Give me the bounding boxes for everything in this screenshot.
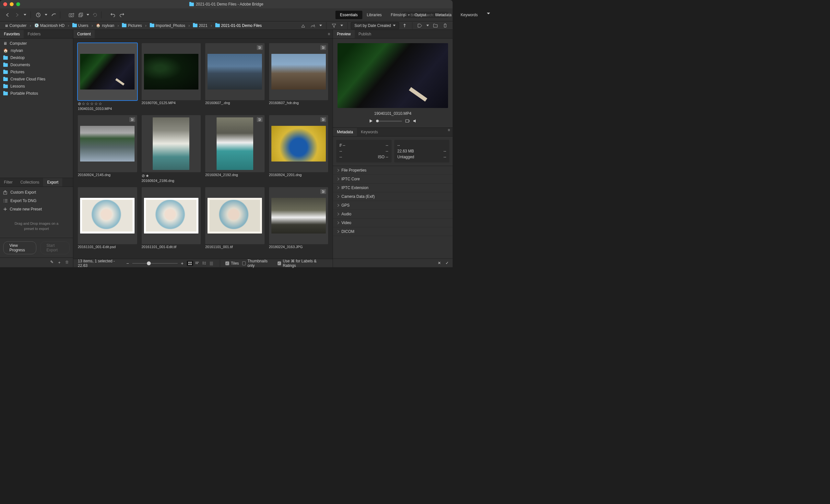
thumbnail-item[interactable]: 20180705_0125.MP4 bbox=[142, 43, 201, 111]
recent-button[interactable] bbox=[34, 11, 42, 19]
maximize-window-button[interactable] bbox=[16, 2, 20, 6]
export-custom[interactable]: Custom Export bbox=[0, 188, 73, 196]
thumbnail-item[interactable]: 20180224_3163.JPG bbox=[269, 187, 328, 249]
zoom-in-button[interactable]: + bbox=[181, 261, 184, 266]
thumbnail-item[interactable]: 20160607_.dng bbox=[205, 43, 264, 111]
thumbnail-box[interactable] bbox=[142, 115, 201, 172]
preview-image[interactable] bbox=[338, 43, 448, 108]
workspace-tab-essentials[interactable]: Essentials bbox=[336, 11, 362, 19]
filter-dropdown[interactable] bbox=[340, 22, 344, 30]
cancel-metadata-button[interactable]: ✕ bbox=[438, 261, 441, 265]
favorite-portable-photos[interactable]: Portable Photos bbox=[0, 90, 73, 97]
edit-icon[interactable]: ✎ bbox=[50, 260, 54, 265]
tab-favorites[interactable]: Favorites bbox=[0, 30, 24, 38]
thumbnail-item[interactable]: 20160924_2201.dng bbox=[269, 115, 328, 183]
recent-dropdown[interactable] bbox=[44, 11, 48, 19]
batch-button[interactable] bbox=[76, 11, 85, 19]
thumbnail-box[interactable] bbox=[269, 115, 328, 172]
breadcrumb-imported-photos[interactable]: Imported_Photos bbox=[149, 23, 186, 29]
metadata-menu-icon[interactable]: ≡ bbox=[448, 128, 450, 136]
metadata-section-dicom[interactable]: DICOM bbox=[333, 227, 453, 236]
zoom-slider[interactable] bbox=[132, 263, 178, 264]
tab-content[interactable]: Content bbox=[73, 30, 95, 38]
view-progress-button[interactable]: View Progress bbox=[3, 241, 36, 254]
thumbnail-box[interactable] bbox=[205, 115, 264, 172]
tab-export[interactable]: Export bbox=[43, 178, 62, 187]
workspace-tab-filmstrip[interactable]: Filmstrip bbox=[386, 11, 410, 19]
export-new-preset[interactable]: Create new Preset bbox=[0, 205, 73, 213]
view-list-button[interactable] bbox=[208, 261, 215, 266]
nav-back-button[interactable] bbox=[3, 11, 12, 19]
thumbnail-item[interactable]: ⊘★20160924_2186.dng bbox=[142, 115, 201, 183]
breadcrumb-macintosh-hd[interactable]: 💽Macintosh HD bbox=[33, 23, 66, 29]
boomerang-button[interactable] bbox=[50, 11, 58, 19]
breadcrumb-pictures[interactable]: Pictures bbox=[121, 23, 143, 29]
favorite-creative-cloud-files[interactable]: Creative Cloud Files bbox=[0, 75, 73, 83]
playback-slider[interactable] bbox=[376, 121, 402, 122]
rating-stars[interactable]: ⊘★ bbox=[142, 174, 201, 178]
start-export-button[interactable]: Start Export bbox=[40, 241, 70, 254]
thumbnail-box[interactable] bbox=[205, 187, 264, 244]
workspace-tab-output[interactable]: Output bbox=[410, 11, 431, 19]
tag-button[interactable] bbox=[416, 22, 424, 30]
minimize-window-button[interactable] bbox=[10, 2, 13, 6]
breadcrumb-users[interactable]: Users bbox=[71, 23, 90, 29]
thumbnail-item[interactable]: ⊘☆☆☆☆☆19040101_0310.MP4 bbox=[78, 43, 137, 111]
sort-direction-button[interactable] bbox=[401, 22, 409, 30]
add-icon[interactable]: ＋ bbox=[57, 260, 61, 265]
tab-filter[interactable]: Filter bbox=[0, 178, 17, 187]
labels-ratings-checkbox[interactable]: Use ⌘ for Labels & Ratings bbox=[278, 259, 328, 268]
tab-metadata[interactable]: Metadata bbox=[333, 128, 357, 136]
rating-stars[interactable]: ⊘☆☆☆☆☆ bbox=[78, 101, 137, 106]
panel-menu-icon[interactable]: ≡ bbox=[328, 32, 330, 36]
metadata-section-iptc-extension[interactable]: IPTC Extension bbox=[333, 184, 453, 192]
thumbnail-box[interactable] bbox=[78, 115, 137, 172]
thumbnail-item[interactable]: 20160924_2145.dng bbox=[78, 115, 137, 183]
view-grid-button[interactable] bbox=[187, 261, 193, 266]
import-button[interactable] bbox=[67, 11, 76, 19]
thumbnail-box[interactable] bbox=[78, 187, 137, 244]
batch-dropdown[interactable] bbox=[86, 11, 90, 19]
trash-button[interactable] bbox=[441, 22, 449, 30]
view-thumbs-button[interactable] bbox=[194, 261, 200, 266]
thumbnail-item[interactable]: 20161101_001.tif bbox=[205, 187, 264, 249]
view-details-button[interactable] bbox=[201, 261, 208, 266]
workspace-tab-metadata[interactable]: Metadata bbox=[431, 11, 453, 19]
thumbnail-box[interactable] bbox=[269, 43, 328, 100]
export-dng[interactable]: Export To DNG bbox=[0, 196, 73, 205]
breadcrumb-2021-01-01-demo-files[interactable]: 2021-01-01 Demo Files bbox=[214, 23, 263, 29]
metadata-section-file-properties[interactable]: File Properties bbox=[333, 166, 453, 175]
thumbnail-box[interactable] bbox=[142, 43, 201, 100]
favorite-documents[interactable]: Documents bbox=[0, 61, 73, 68]
favorite-pictures[interactable]: Pictures bbox=[0, 68, 73, 75]
favorite-desktop[interactable]: Desktop bbox=[0, 54, 73, 61]
redo-button[interactable] bbox=[118, 11, 126, 19]
tab-keywords[interactable]: Keywords bbox=[357, 128, 382, 136]
favorite-lessons[interactable]: Lessons bbox=[0, 83, 73, 90]
breadcrumb-rsylvan[interactable]: 🏠rsylvan bbox=[95, 23, 116, 29]
refresh-button[interactable] bbox=[91, 11, 99, 19]
volume-button[interactable] bbox=[413, 119, 417, 123]
new-folder-button[interactable] bbox=[431, 22, 440, 30]
thumbnail-box[interactable] bbox=[269, 187, 328, 244]
metadata-section-video[interactable]: Video bbox=[333, 219, 453, 227]
thumbnail-box[interactable] bbox=[78, 43, 137, 100]
thumbnail-item[interactable]: 20161101_001-Edit.tif bbox=[142, 187, 201, 249]
tab-preview[interactable]: Preview bbox=[333, 30, 355, 38]
nav-dropdown-button[interactable] bbox=[23, 11, 27, 19]
favorite-rsylvan[interactable]: 🏠rsylvan bbox=[0, 47, 73, 54]
filter-button[interactable] bbox=[330, 22, 338, 30]
delete-icon[interactable]: 🗑 bbox=[65, 260, 69, 265]
options-dropdown[interactable] bbox=[318, 22, 323, 30]
thumbnail-item[interactable]: 20161101_001-Edit.psd bbox=[78, 187, 137, 249]
thumbnails-only-checkbox[interactable]: Thumbnails only bbox=[242, 259, 274, 268]
options-button-1[interactable] bbox=[299, 22, 307, 30]
favorite-computer[interactable]: 🖥Computer bbox=[0, 40, 73, 47]
tiles-checkbox[interactable]: Tiles bbox=[225, 261, 239, 265]
undo-button[interactable] bbox=[108, 11, 117, 19]
apply-metadata-button[interactable]: ✓ bbox=[445, 261, 449, 265]
breadcrumb-computer[interactable]: 🖥Computer bbox=[3, 23, 28, 29]
nav-forward-button[interactable] bbox=[13, 11, 22, 19]
play-button[interactable] bbox=[369, 119, 373, 123]
options-button-2[interactable] bbox=[309, 22, 317, 30]
